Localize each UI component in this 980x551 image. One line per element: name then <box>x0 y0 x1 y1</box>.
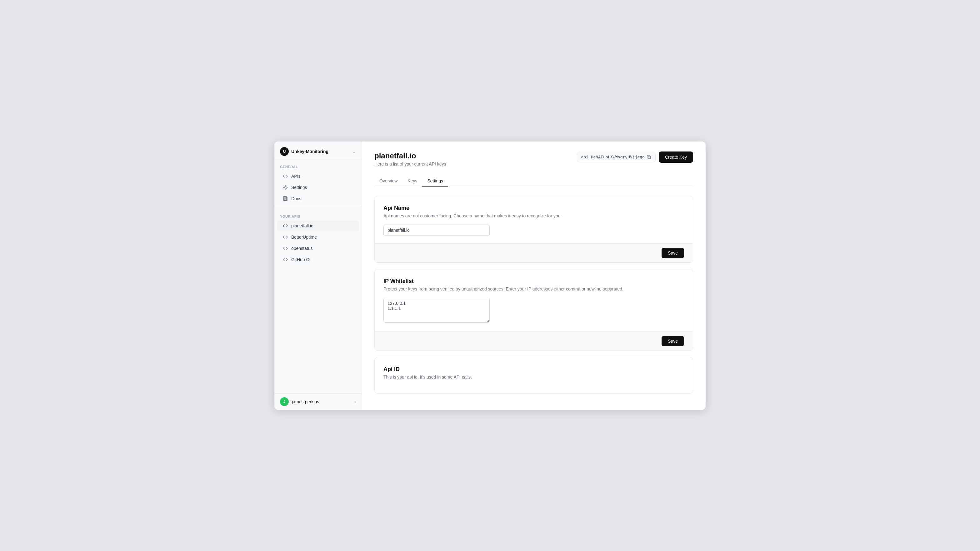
header-actions: api_He9AELoLXwWsgryUVjjeqo Create Key <box>577 151 693 163</box>
sidebar-item-label-githubci: GitHub CI <box>291 257 310 262</box>
ip-whitelist-save-button[interactable]: Save <box>662 336 684 346</box>
tab-keys[interactable]: Keys <box>402 175 422 187</box>
api-id-description: This is your api id. It's used in some A… <box>383 375 684 380</box>
ip-whitelist-textarea[interactable]: 127.0.0.1 1.1.1.1 <box>383 298 490 323</box>
ip-whitelist-card-footer: Save <box>375 332 693 351</box>
ip-whitelist-title: IP Whitelist <box>383 278 684 284</box>
code-icon-planetfall <box>283 223 288 229</box>
sidebar-item-label-planetfall: planetfall.io <box>291 223 313 228</box>
page-title: planetfall.io <box>374 151 446 160</box>
brand-name: Unkey-Monitoring <box>291 149 328 154</box>
chevron-down-icon[interactable]: ⌄ <box>352 149 356 154</box>
user-info: J james-perkins <box>280 397 319 406</box>
sidebar-item-docs[interactable]: Docs <box>277 193 359 204</box>
copy-api-key-button[interactable] <box>647 155 652 160</box>
code-icon-openstatus <box>283 246 288 251</box>
tabs: Overview Keys Settings <box>374 175 693 187</box>
gear-icon <box>283 184 288 190</box>
code-icon-githubci <box>283 257 288 262</box>
api-key-value: api_He9AELoLXwWsgryUVjjeqo <box>581 155 645 159</box>
sidebar-header: U Unkey-Monitoring ⌄ <box>274 141 361 160</box>
general-section-label: General <box>274 160 361 170</box>
api-id-card: Api ID This is your api id. It's used in… <box>374 357 693 394</box>
sidebar-item-openstatus[interactable]: openstatus <box>277 243 359 254</box>
sidebar: U Unkey-Monitoring ⌄ General APIs <box>274 141 362 410</box>
api-id-title: Api ID <box>383 366 684 373</box>
api-name-card-footer: Save <box>375 243 693 262</box>
your-apis-label: Your APIs <box>274 210 361 220</box>
tab-overview[interactable]: Overview <box>374 175 402 187</box>
create-key-button[interactable]: Create Key <box>659 151 693 163</box>
ip-whitelist-card-body: IP Whitelist Protect your keys from bein… <box>375 269 693 332</box>
sidebar-item-label-docs: Docs <box>291 196 301 201</box>
sidebar-brand: U Unkey-Monitoring <box>280 147 328 156</box>
api-name-input[interactable] <box>383 225 490 236</box>
sidebar-item-githubci[interactable]: GitHub CI <box>277 254 359 265</box>
api-name-description: Api names are not customer facing. Choos… <box>383 213 684 218</box>
sidebar-item-settings[interactable]: Settings <box>277 182 359 193</box>
sidebar-item-apis[interactable]: APIs <box>277 171 359 181</box>
sidebar-item-planetfall[interactable]: planetfall.io <box>277 221 359 231</box>
api-key-display: api_He9AELoLXwWsgryUVjjeqo <box>577 152 655 162</box>
api-name-save-button[interactable]: Save <box>662 248 684 258</box>
api-name-card: Api Name Api names are not customer faci… <box>374 196 693 263</box>
code-icon <box>283 173 288 179</box>
user-name: james-perkins <box>292 399 319 404</box>
api-name-card-body: Api Name Api names are not customer faci… <box>375 196 693 243</box>
sidebar-divider <box>274 207 361 207</box>
sidebar-item-label-apis: APIs <box>291 174 301 179</box>
brand-icon: U <box>280 147 289 156</box>
api-id-card-body: Api ID This is your api id. It's used in… <box>375 357 693 393</box>
avatar: J <box>280 397 289 406</box>
book-icon <box>283 196 288 202</box>
svg-rect-2 <box>648 156 651 159</box>
page-header: planetfall.io Here is a list of your cur… <box>374 151 693 167</box>
api-name-title: Api Name <box>383 205 684 211</box>
ip-whitelist-description: Protect your keys from being verified by… <box>383 286 684 291</box>
sidebar-item-label-betteruptime: BetterUptime <box>291 235 317 240</box>
page-subtitle: Here is a list of your current API keys <box>374 162 446 167</box>
chevron-right-icon: › <box>355 399 356 404</box>
main-content: planetfall.io Here is a list of your cur… <box>362 141 706 410</box>
svg-point-0 <box>285 186 286 188</box>
ip-whitelist-card: IP Whitelist Protect your keys from bein… <box>374 269 693 351</box>
tab-settings[interactable]: Settings <box>422 175 448 187</box>
code-icon-betteruptime <box>283 234 288 240</box>
sidebar-item-betteruptime[interactable]: BetterUptime <box>277 232 359 242</box>
page-title-section: planetfall.io Here is a list of your cur… <box>374 151 446 167</box>
sidebar-item-label-openstatus: openstatus <box>291 246 313 251</box>
user-footer[interactable]: J james-perkins › <box>274 393 361 410</box>
sidebar-item-label-settings: Settings <box>291 185 307 190</box>
